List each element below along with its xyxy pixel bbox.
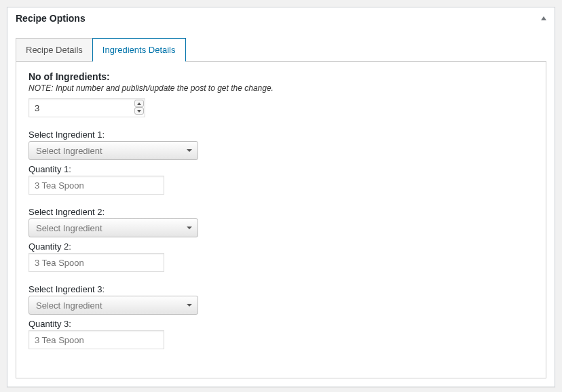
tab-recipe-details[interactable]: Recipe Details (16, 38, 93, 62)
select-ingredient-label: Select Ingredient 1: (29, 130, 533, 140)
metabox-body: Recipe Details Ingredients Details No of… (7, 30, 555, 387)
number-spinners (134, 100, 144, 115)
ingredients-count-note: NOTE: Input number and publish/update th… (29, 83, 533, 93)
select-ingredient-3[interactable]: Select Ingredient (29, 296, 198, 315)
spinner-up-icon[interactable] (134, 100, 144, 107)
quantity-input-2[interactable] (29, 253, 164, 272)
ingredients-count-title: No of Ingredients: (29, 71, 533, 82)
quantity-input-3[interactable] (29, 330, 164, 349)
ingredients-count-input[interactable] (29, 98, 145, 117)
select-placeholder: Select Ingredient (36, 223, 102, 233)
tabs: Recipe Details Ingredients Details (16, 38, 546, 62)
chevron-down-icon (187, 304, 192, 307)
ingredient-block-3: Select Ingredient 3: Select Ingredient Q… (29, 284, 533, 349)
select-ingredient-label: Select Ingredient 3: (29, 284, 533, 294)
tab-ingredients-details[interactable]: Ingredients Details (92, 38, 186, 62)
quantity-label: Quantity 3: (29, 319, 533, 329)
select-placeholder: Select Ingredient (36, 146, 102, 156)
svg-marker-1 (137, 110, 141, 113)
quantity-label: Quantity 2: (29, 241, 533, 252)
collapse-toggle-icon[interactable] (541, 16, 546, 20)
svg-marker-0 (137, 102, 141, 105)
select-placeholder: Select Ingredient (36, 300, 102, 311)
quantity-label: Quantity 1: (29, 164, 533, 174)
quantity-input-1[interactable] (29, 176, 164, 195)
tab-panel-ingredients: No of Ingredients: NOTE: Input number an… (16, 61, 546, 378)
select-ingredient-label: Select Ingredient 2: (29, 207, 533, 217)
metabox-header: Recipe Options (7, 7, 555, 30)
ingredient-block-2: Select Ingredient 2: Select Ingredient Q… (29, 207, 533, 272)
ingredient-block-1: Select Ingredient 1: Select Ingredient Q… (29, 130, 533, 195)
ingredients-count-field (29, 98, 145, 117)
chevron-down-icon (187, 227, 192, 229)
select-ingredient-2[interactable]: Select Ingredient (29, 218, 198, 237)
spinner-down-icon[interactable] (134, 107, 144, 115)
metabox-title: Recipe Options (16, 13, 86, 24)
recipe-options-metabox: Recipe Options Recipe Details Ingredient… (7, 7, 555, 387)
select-ingredient-1[interactable]: Select Ingredient (29, 141, 198, 160)
chevron-down-icon (187, 149, 192, 152)
